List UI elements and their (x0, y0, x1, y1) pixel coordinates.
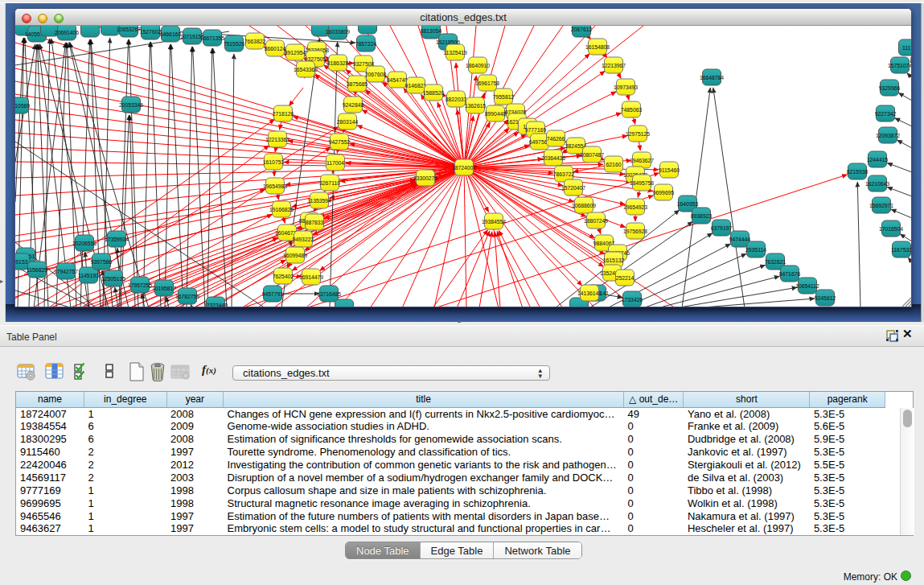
svg-text:8660124: 8660124 (265, 46, 286, 51)
svg-text:7955812: 7955812 (493, 94, 515, 100)
svg-text:17016504: 17016504 (879, 226, 903, 232)
svg-text:8813054: 8813054 (421, 28, 442, 34)
svg-text:9777169: 9777169 (525, 127, 547, 133)
svg-text:6466160: 6466160 (160, 31, 182, 37)
svg-text:12213363: 12213363 (265, 137, 290, 142)
svg-text:12975125: 12975125 (626, 131, 650, 137)
svg-text:39153: 39153 (15, 259, 28, 265)
svg-text:7663822: 7663822 (244, 39, 266, 44)
svg-text:19654983: 19654983 (263, 183, 287, 189)
svg-text:746266: 746266 (547, 136, 565, 142)
svg-text:19218506: 19218506 (436, 39, 460, 45)
svg-text:12323448: 12323448 (203, 303, 228, 308)
svg-text:6379197: 6379197 (711, 225, 733, 231)
svg-text:117004: 117004 (326, 160, 344, 166)
svg-text:18495758: 18495758 (630, 180, 654, 186)
svg-text:16961758: 16961758 (475, 80, 499, 86)
svg-text:8822037: 8822037 (446, 97, 467, 102)
svg-text:9327505: 9327505 (305, 56, 326, 62)
svg-text:2803144: 2803144 (337, 119, 359, 125)
svg-text:19654923: 19654923 (623, 204, 647, 210)
svg-text:1362615: 1362615 (465, 103, 487, 109)
svg-text:1145193: 1145193 (78, 273, 99, 278)
svg-text:9699695: 9699695 (653, 190, 675, 196)
svg-text:15720407: 15720407 (561, 185, 585, 191)
svg-text:9227342: 9227342 (875, 111, 897, 117)
svg-text:20691406: 20691406 (55, 30, 79, 35)
svg-text:17957255: 17957255 (128, 282, 152, 288)
svg-text:19756928: 19756928 (623, 229, 647, 234)
svg-text:16671355: 16671355 (200, 35, 224, 41)
svg-text:16154808: 16154808 (585, 44, 610, 50)
svg-text:17942757: 17942757 (54, 269, 78, 274)
svg-text:1117: 1117 (902, 45, 912, 51)
svg-text:16648784: 16648784 (700, 75, 724, 80)
svg-text:7632621: 7632621 (765, 259, 786, 265)
svg-text:2610569: 2610569 (15, 103, 30, 109)
svg-text:23300275: 23300275 (413, 175, 437, 181)
svg-text:20053346: 20053346 (119, 102, 143, 108)
svg-text:9493222: 9493222 (293, 237, 314, 242)
svg-text:8186328: 8186328 (327, 60, 349, 66)
svg-text:8454749: 8454749 (387, 77, 409, 83)
svg-text:15751074: 15751074 (888, 63, 912, 68)
svg-text:1615132: 1615132 (603, 257, 625, 263)
svg-text:1527602: 1527602 (140, 29, 162, 35)
svg-text:10195817: 10195817 (152, 286, 176, 291)
svg-text:19384554: 19384554 (482, 219, 506, 225)
svg-text:16782759: 16782759 (175, 294, 199, 299)
svg-text:9457791: 9457791 (262, 291, 284, 297)
svg-text:9327508: 9327508 (353, 61, 375, 67)
svg-text:19166825: 19166825 (269, 207, 294, 212)
svg-text:20206556: 20206556 (72, 241, 97, 246)
svg-text:7515526: 7515526 (224, 41, 245, 47)
svg-text:1733426: 1733426 (622, 297, 643, 303)
svg-text:18807249: 18807249 (584, 218, 608, 224)
svg-text:3267110: 3267110 (319, 180, 340, 186)
svg-text:16210643: 16210643 (865, 181, 889, 187)
svg-text:8215938: 8215938 (847, 169, 869, 175)
svg-text:1244415: 1244415 (867, 157, 889, 163)
svg-text:10807487: 10807487 (580, 152, 604, 158)
svg-text:11325419: 11325419 (443, 50, 467, 56)
svg-text:8990448: 8990448 (485, 111, 507, 117)
svg-text:8912954: 8912954 (285, 50, 306, 56)
svg-text:1640953: 1640953 (677, 201, 699, 207)
svg-text:9397586: 9397586 (91, 259, 113, 265)
svg-text:7857224: 7857224 (355, 41, 377, 47)
svg-text:252214: 252214 (616, 275, 634, 281)
svg-text:10973493: 10973493 (614, 84, 638, 90)
svg-text:9115460: 9115460 (659, 167, 680, 173)
svg-text:1156829: 1156829 (27, 267, 47, 273)
svg-text:9146821: 9146821 (405, 83, 427, 89)
svg-text:10654112: 10654112 (795, 283, 819, 289)
svg-text:8471676: 8471676 (779, 271, 801, 277)
svg-text:16543362: 16543362 (294, 67, 318, 72)
svg-text:2087612: 2087612 (571, 27, 593, 32)
svg-text:887833: 887833 (306, 220, 324, 225)
svg-text:19463627: 19463627 (630, 158, 654, 163)
svg-text:12505135: 12505135 (101, 276, 125, 282)
svg-text:18724007: 18724007 (452, 165, 476, 171)
svg-text:1610753: 1610753 (263, 159, 285, 165)
svg-text:9245612: 9245612 (815, 295, 836, 301)
svg-text:7625402: 7625402 (273, 274, 294, 279)
svg-text:15692971: 15692971 (869, 203, 893, 208)
svg-text:2067608: 2067608 (365, 72, 387, 77)
svg-text:9329966: 9329966 (879, 85, 901, 91)
svg-text:9242848: 9242848 (343, 102, 364, 108)
svg-text:10653267: 10653267 (117, 27, 141, 32)
svg-text:17359934: 17359934 (105, 237, 129, 242)
svg-text:12213967: 12213967 (602, 63, 626, 68)
svg-text:16914479: 16914479 (299, 274, 323, 280)
svg-text:2935114: 2935114 (745, 247, 766, 253)
svg-text:14136141: 14136141 (577, 290, 602, 296)
svg-text:62160: 62160 (606, 162, 622, 167)
svg-text:16099489: 16099489 (283, 253, 307, 258)
svg-text:8938923: 8938923 (691, 213, 713, 219)
svg-text:7485063: 7485063 (621, 107, 643, 113)
svg-text:9427552: 9427552 (329, 139, 351, 145)
svg-text:13716485: 13716485 (317, 291, 341, 297)
svg-text:20364436: 20364436 (541, 155, 565, 161)
svg-text:12093872: 12093872 (876, 133, 900, 138)
